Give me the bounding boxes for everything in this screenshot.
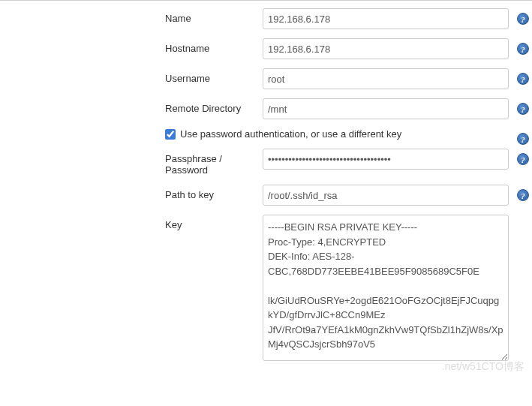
input-hostname[interactable] [263,38,509,59]
input-passphrase[interactable] [263,149,509,170]
row-key: Key [0,215,532,363]
help-icon[interactable]: ? [517,73,529,85]
row-hostname: Hostname ? [0,38,532,59]
label-use-password-auth: Use password authentication, or use a di… [180,128,401,140]
label-name: Name [0,8,263,24]
label-key: Key [0,215,263,230]
checkbox-use-password-auth[interactable] [165,129,176,140]
row-username: Username ? [0,68,532,89]
input-path-to-key[interactable] [263,185,509,206]
input-name[interactable] [263,8,509,29]
row-path-to-key: Path to key ? [0,185,532,206]
help-icon[interactable]: ? [517,153,529,165]
row-passphrase: Passphrase / Password ? [0,149,532,176]
textarea-key[interactable] [263,215,509,361]
label-remote-directory: Remote Directory [0,98,263,114]
help-icon[interactable]: ? [517,133,529,145]
help-icon[interactable]: ? [517,13,529,25]
input-remote-directory[interactable] [263,98,509,119]
help-icon[interactable]: ? [517,189,529,201]
label-hostname: Hostname [0,38,263,54]
label-path-to-key: Path to key [0,185,263,200]
help-icon[interactable]: ? [517,103,529,115]
help-icon[interactable]: ? [517,43,529,55]
row-remote-directory: Remote Directory ? [0,98,532,119]
row-name: Name ? [0,8,532,29]
ssh-server-form: Name ? Hostname ? Username ? Remote Dire… [0,1,532,380]
label-passphrase: Passphrase / Password [0,149,263,176]
label-username: Username [0,68,263,84]
input-username[interactable] [263,68,509,89]
row-use-password-auth: Use password authentication, or use a di… [0,128,532,140]
